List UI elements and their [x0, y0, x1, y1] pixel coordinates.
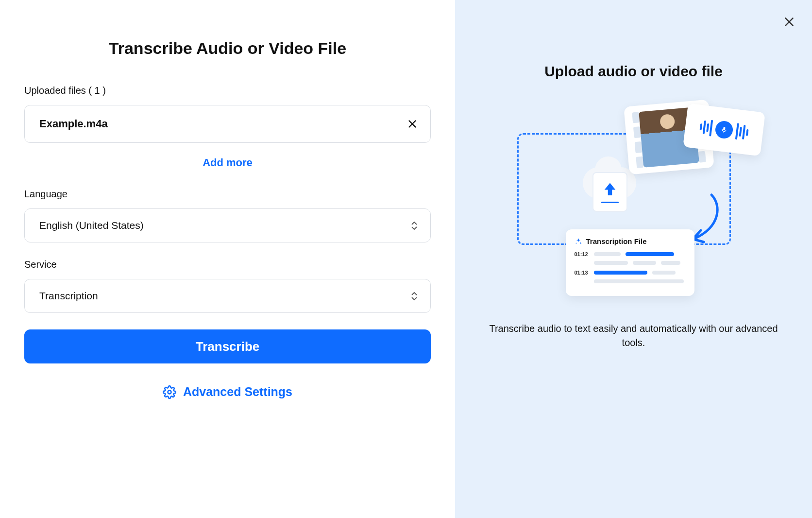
language-label: Language — [24, 189, 431, 200]
service-select[interactable]: Transcription — [24, 279, 431, 313]
uploaded-file-item: Example.m4a — [24, 105, 431, 143]
audio-waveform-card — [683, 104, 765, 156]
language-select[interactable]: English (United States) — [24, 208, 431, 242]
close-icon — [407, 119, 418, 129]
mic-icon — [714, 120, 733, 139]
transcription-card-title: Transcription File — [586, 237, 647, 245]
transcription-card: Transcription File 01:12 01:13 — [566, 229, 694, 296]
sparkle-icon — [575, 238, 582, 245]
promo-panel: Upload audio or video file — [455, 0, 812, 518]
gear-icon — [163, 385, 176, 399]
advanced-settings-button[interactable]: Advanced Settings — [24, 385, 431, 399]
close-icon — [783, 16, 795, 28]
transcribe-button[interactable]: Transcribe — [24, 329, 431, 363]
language-value: English (United States) — [39, 220, 144, 231]
timestamp: 01:12 — [575, 251, 589, 257]
svg-point-2 — [168, 390, 171, 394]
close-button[interactable] — [781, 14, 797, 30]
promo-illustration: Transcription File 01:12 01:13 — [517, 104, 750, 298]
page-title: Transcribe Audio or Video File — [24, 39, 431, 58]
chevron-updown-icon — [411, 292, 418, 300]
add-more-button[interactable]: Add more — [24, 156, 431, 169]
advanced-settings-label: Advanced Settings — [183, 385, 292, 399]
uploaded-files-label: Uploaded files ( 1 ) — [24, 85, 431, 96]
chevron-updown-icon — [411, 222, 418, 230]
file-name: Example.m4a — [39, 118, 108, 130]
timestamp: 01:13 — [575, 270, 589, 276]
service-label: Service — [24, 259, 431, 270]
form-panel: Transcribe Audio or Video File Uploaded … — [0, 0, 455, 518]
promo-title: Upload audio or video file — [489, 63, 778, 80]
promo-description: Transcribe audio to text easily and auto… — [489, 322, 778, 350]
service-value: Transcription — [39, 290, 98, 302]
upload-file-icon — [592, 172, 627, 212]
remove-file-button[interactable] — [407, 119, 418, 129]
